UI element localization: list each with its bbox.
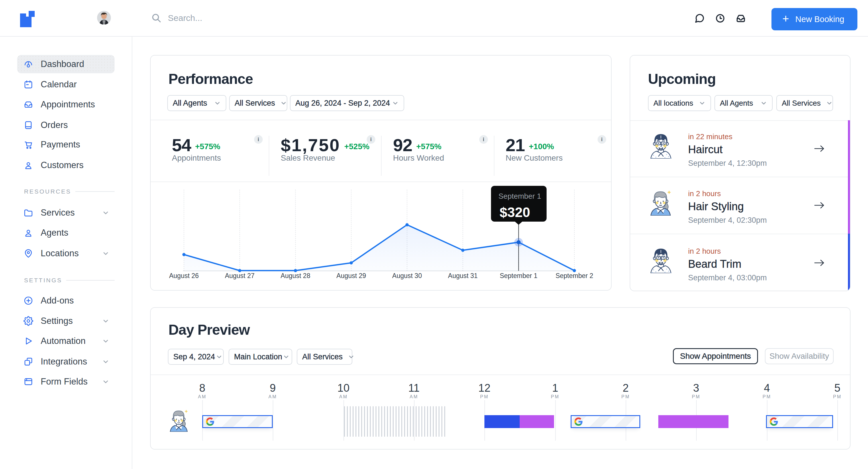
svg-text:August 28: August 28 [281, 272, 311, 279]
svg-text:August 27: August 27 [225, 272, 255, 279]
svg-text:September 1: September 1 [498, 192, 541, 200]
svg-text:$320: $320 [500, 205, 530, 220]
svg-text:August 31: August 31 [448, 272, 478, 279]
svg-text:September 2: September 2 [555, 272, 593, 279]
svg-text:August 30: August 30 [392, 272, 422, 279]
svg-text:August 26: August 26 [169, 272, 199, 279]
svg-text:September 1: September 1 [500, 272, 537, 279]
svg-text:August 29: August 29 [336, 272, 366, 279]
